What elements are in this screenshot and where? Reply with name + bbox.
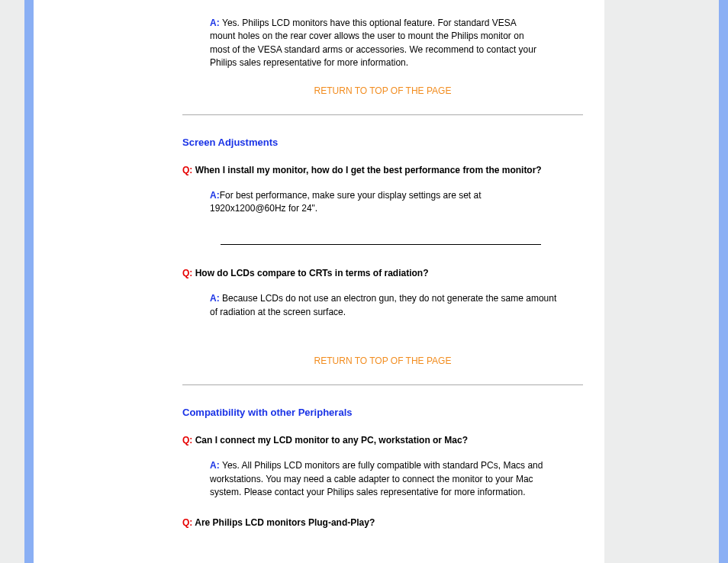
answer-prefix: A: (210, 190, 220, 201)
left-blue-stripe (24, 0, 34, 563)
left-gutter (0, 0, 24, 563)
q-text: Are Philips LCD monitors Plug-and-Play? (195, 517, 375, 528)
question-best-performance: Q: When I install my monitor, how do I g… (182, 165, 589, 175)
section-divider-1 (182, 114, 583, 115)
answer-text: Yes. Philips LCD monitors have this opti… (210, 18, 536, 68)
question-connect-any-pc: Q: Can I connect my LCD monitor to any P… (182, 435, 589, 446)
answer-text: Because LCDs do not use an electron gun,… (210, 293, 556, 317)
right-blue-stripe (719, 0, 728, 563)
q-prefix: Q: (182, 435, 195, 446)
answer-prefix: A: (210, 460, 222, 471)
q-prefix: Q: (182, 268, 195, 278)
q-text: How do LCDs compare to CRTs in terms of … (195, 268, 429, 278)
inner-divider-1 (221, 244, 541, 245)
page: A: Yes. Philips LCD monitors have this o… (0, 0, 728, 563)
answer-prefix: A: (210, 293, 222, 304)
answer-prefix: A: (210, 18, 222, 28)
q-text: When I install my monitor, how do I get … (195, 165, 542, 175)
left-margin (34, 0, 182, 563)
answer-text: For best performance, make sure your dis… (210, 190, 482, 214)
answer-radiation: A: Because LCDs do not use an electron g… (182, 292, 564, 319)
faq-content: A: Yes. Philips LCD monitors have this o… (182, 0, 604, 563)
answer-connect-any-pc: A: Yes. All Philips LCD monitors are ful… (182, 459, 556, 499)
question-plug-and-play: Q: Are Philips LCD monitors Plug-and-Pla… (182, 517, 589, 528)
section-divider-2 (182, 384, 583, 385)
right-gutter (604, 0, 719, 563)
section-heading-compatibility: Compatibility with other Peripherals (182, 407, 589, 418)
answer-text: Yes. All Philips LCD monitors are fully … (210, 460, 543, 497)
answer-vesa: A: Yes. Philips LCD monitors have this o… (182, 17, 541, 70)
return-top-link-1[interactable]: RETURN TO TOP OF THE PAGE (182, 85, 583, 96)
section-heading-screen-adjustments: Screen Adjustments (182, 137, 589, 148)
q-prefix: Q: (182, 517, 195, 528)
q-prefix: Q: (182, 165, 195, 175)
q-text: Can I connect my LCD monitor to any PC, … (195, 435, 468, 446)
answer-best-performance: A:For best performance, make sure your d… (182, 189, 530, 216)
return-top-link-2[interactable]: RETURN TO TOP OF THE PAGE (182, 355, 583, 366)
question-radiation: Q: How do LCDs compare to CRTs in terms … (182, 268, 589, 278)
